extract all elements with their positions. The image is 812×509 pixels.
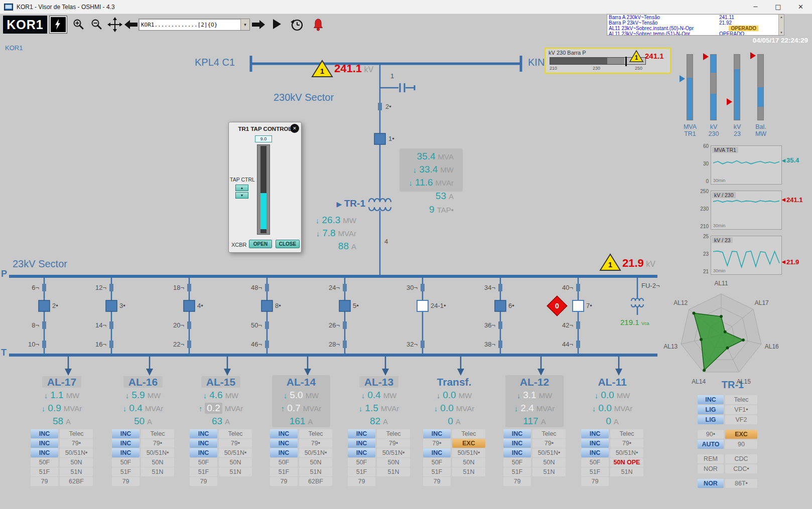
status-cell: 62BF xyxy=(60,477,93,486)
breaker-AL-12[interactable] xyxy=(495,300,506,311)
disconnector[interactable] xyxy=(109,321,113,329)
previous-screen-button[interactable] xyxy=(124,20,138,29)
disconnector[interactable] xyxy=(109,284,113,291)
pan-button[interactable] xyxy=(107,17,122,32)
disconnector[interactable] xyxy=(265,341,269,348)
scroll-up-icon[interactable]: ▲ xyxy=(779,15,784,20)
tr1-status-row: LIGVF2 xyxy=(698,415,757,424)
maximize-button[interactable]: □ xyxy=(767,0,789,14)
close-button[interactable]: ✕ xyxy=(789,0,812,14)
gauge-needle xyxy=(625,57,627,66)
disconnector[interactable] xyxy=(187,321,191,329)
breaker-AL-13[interactable] xyxy=(339,300,350,311)
switch-label: 8¬ xyxy=(14,321,39,329)
disconnector[interactable] xyxy=(421,341,425,348)
alarm-value: OPERADO xyxy=(729,26,758,31)
disconnector[interactable] xyxy=(576,284,580,291)
feeder-mvar: ↓0.0MVAr xyxy=(577,403,647,414)
switch-2[interactable] xyxy=(378,103,382,110)
feeder-mvar: ↑0.7MVAr xyxy=(266,403,336,414)
feeder-mvar: ↓2.4MVAr xyxy=(499,403,570,414)
breaker-AL-15[interactable] xyxy=(184,300,195,311)
breaker-AL-17[interactable] xyxy=(39,300,50,311)
disconnector[interactable] xyxy=(576,321,580,329)
feeder-amps: 161A xyxy=(266,416,336,427)
disconnector[interactable] xyxy=(498,321,502,329)
disconnector[interactable] xyxy=(343,284,347,291)
alarm-beep-button[interactable] xyxy=(311,17,325,33)
disconnector[interactable] xyxy=(498,284,502,291)
status-cell: LIG xyxy=(698,415,724,424)
status-cell: 51F xyxy=(31,467,58,476)
screen-select[interactable]: KOR1.............[2]{O} ▼ xyxy=(139,19,250,31)
alarm-row[interactable]: Barra P 23kV~Tensão21.92 xyxy=(607,20,778,26)
trend-ymin: 210 xyxy=(691,224,709,229)
pan-icon xyxy=(107,17,122,32)
minimize-button[interactable]: ─ xyxy=(744,0,767,14)
tap-down-button[interactable]: ▼ xyxy=(235,192,248,199)
switch-label: 28¬ xyxy=(315,341,340,348)
scrollbar[interactable]: ▲ ▼ xyxy=(778,15,784,35)
breaker-AL-11[interactable] xyxy=(573,300,584,311)
transformer-label[interactable]: ▶ TR-1 xyxy=(297,198,365,209)
trend-chart[interactable]: kV / 2330min xyxy=(711,236,782,275)
zoom-out-button[interactable] xyxy=(89,17,104,32)
status-cell: Telec xyxy=(532,429,566,438)
tap-slider[interactable] xyxy=(257,144,270,235)
xcbr-open-button[interactable]: OPEN xyxy=(249,240,272,248)
switch-label: 5• xyxy=(353,302,381,309)
disconnector[interactable] xyxy=(187,341,191,348)
disconnector[interactable] xyxy=(498,341,502,348)
disconnector[interactable] xyxy=(343,321,347,329)
feeder-mvar: ↑0.2MVAr xyxy=(186,403,256,414)
fuse-label: FU-2¬ xyxy=(641,282,671,289)
disconnector[interactable] xyxy=(42,341,46,348)
breaker-AL-14[interactable] xyxy=(261,300,273,311)
switch-label: 32¬ xyxy=(392,341,418,348)
voltage-gauge-panel[interactable]: kV 230 Barra P 210 230 250 1 241.1 xyxy=(545,48,671,74)
disconnector[interactable] xyxy=(265,321,269,329)
disconnector[interactable] xyxy=(265,284,269,291)
status-cell: 50F xyxy=(190,458,217,467)
trend-chart[interactable]: kV / 23030min xyxy=(711,191,782,230)
feeder-title: AL-11 xyxy=(577,376,647,388)
chevron-down-icon[interactable]: ▼ xyxy=(240,19,249,30)
breaker-AL-16[interactable] xyxy=(106,300,117,311)
alarm-row[interactable]: Barra A 230kV~Tensão241.11 xyxy=(607,15,778,20)
next-screen-button[interactable] xyxy=(252,20,265,29)
history-playback-button[interactable] xyxy=(289,17,304,32)
feeder-mw: ↓0.0MW xyxy=(577,390,647,401)
switch-label: 34¬ xyxy=(470,284,495,291)
disconnector[interactable] xyxy=(42,321,46,329)
disconnector[interactable] xyxy=(187,284,191,291)
trend-ymax: 25 xyxy=(691,234,709,239)
disconnector[interactable] xyxy=(421,284,425,291)
tap-up-button[interactable]: ▲ xyxy=(235,185,248,191)
alarm-triangle-230[interactable]: 1 xyxy=(311,59,333,80)
alarm-row[interactable]: AL11 23kV~Sobrec.temp.(51)-N-OprOPERADO xyxy=(607,31,778,35)
breaker-1-230kv[interactable] xyxy=(374,133,385,144)
breaker-Transf.[interactable] xyxy=(417,300,428,311)
alarm-triangle-gauge: 1 xyxy=(629,50,644,65)
status-cell: 50N xyxy=(452,458,485,467)
dialog-close-button[interactable]: ✕ xyxy=(290,124,299,133)
bar-gauge-label: Bal.MW xyxy=(750,123,772,137)
disconnector[interactable] xyxy=(42,284,46,291)
disconnector[interactable] xyxy=(343,341,347,348)
status-cell: Telec xyxy=(610,429,643,438)
status-cell: INC xyxy=(503,429,531,438)
xcbr-close-button[interactable]: CLOSE xyxy=(276,240,300,248)
alarm-triangle-23[interactable]: 1 xyxy=(599,253,621,274)
zoom-in-button[interactable] xyxy=(71,17,86,32)
alarm-event-list[interactable]: Barra A 230kV~Tensão241.11Barra P 23kV~T… xyxy=(607,14,784,36)
disconnector[interactable] xyxy=(576,341,580,348)
scroll-down-icon[interactable]: ▼ xyxy=(779,30,784,35)
disconnector[interactable] xyxy=(109,341,113,348)
feeder-mw: ↓0.0MW xyxy=(419,390,489,401)
tr-hv-mw: ↓33.4MW xyxy=(387,164,454,175)
events-button[interactable] xyxy=(50,16,67,33)
trend-chart[interactable]: MVA TR130min xyxy=(711,145,782,185)
play-button[interactable] xyxy=(272,18,282,30)
status-cell: Telec xyxy=(452,429,485,438)
alarm-row[interactable]: AL11 23kV~Sobrec.instant.(50)-N-OprOPERA… xyxy=(607,26,778,31)
